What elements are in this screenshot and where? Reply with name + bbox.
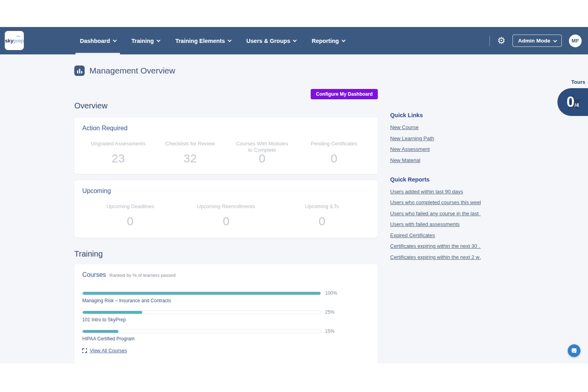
logo-bird-mark [16, 36, 21, 38]
expand-icon [82, 348, 87, 353]
courses-subtitle: Ranked by % of learners passed [110, 273, 176, 278]
content-area: Management Overview Configure My Dashboa… [0, 54, 588, 363]
chat-launcher-button[interactable] [568, 344, 580, 357]
screen: skyprep Dashboard Training Training Elem… [0, 0, 588, 392]
chevron-down-icon [342, 38, 346, 42]
bar-track [82, 330, 321, 333]
stat-upcoming-ilts: Upcoming ILTs 0 [274, 203, 370, 228]
quick-reports-heading: Quick Reports [390, 176, 482, 183]
link-new-material[interactable]: New Material [390, 157, 481, 163]
link-users-failed-course[interactable]: Users who failed any course in the last … [390, 210, 481, 216]
chevron-down-icon [113, 38, 117, 42]
courses-card: Courses Ranked by % of learners passed 1… [74, 264, 378, 363]
bar-category-label: 101 Intro to SkyPrep [82, 317, 370, 322]
quick-links-section: Quick Links New Course New Learning Path… [390, 112, 482, 163]
bar-value: 25% [325, 309, 335, 315]
gear-icon[interactable]: ⚙ [497, 36, 505, 45]
link-new-assessment[interactable]: New Assessment [390, 146, 481, 152]
quick-reports-section: Quick Reports Users added within last 90… [390, 176, 482, 260]
stat-checklists-review: Checklists for Review 32 [154, 141, 226, 165]
bar-group: 15% HIPAA Certified Program [82, 328, 370, 342]
chat-bubble-icon [571, 348, 577, 354]
nav-item-training-elements[interactable]: Training Elements [171, 27, 235, 54]
link-expired-certificates[interactable]: Expired Certificates [390, 232, 481, 238]
link-certs-expiring-2w[interactable]: Certificates expiring within the next 2 … [390, 254, 481, 260]
stat-upcoming-reenrollments: Upcoming Reenrollments 0 [178, 203, 274, 228]
nav-item-dashboard[interactable]: Dashboard [75, 27, 120, 54]
page-header: Management Overview [74, 66, 378, 76]
bar-fill [83, 330, 118, 333]
action-required-stats: Ungraded Assessments 23 Checklists for R… [82, 141, 370, 165]
upcoming-stats: Upcoming Deadlines 0 Upcoming Reenrollme… [82, 203, 370, 228]
chevron-down-icon [553, 39, 557, 42]
chevron-down-icon [228, 38, 232, 42]
stat-pending-certificates: Pending Certificates 0 [298, 141, 370, 165]
view-all-courses-link[interactable]: View All Courses [90, 348, 127, 353]
upcoming-card: Upcoming Upcoming Deadlines 0 Upcoming R… [74, 180, 378, 238]
bar-group: 100% Managing Risk – Insurance and Contr… [82, 290, 370, 303]
bar-value: 15% [325, 328, 335, 334]
link-new-course[interactable]: New Course [390, 124, 481, 130]
user-avatar[interactable]: MF [569, 35, 582, 47]
bar-track [82, 292, 321, 295]
configure-dashboard-button[interactable]: Configure My Dashboard [311, 89, 378, 99]
tours-count: 0 [567, 94, 574, 110]
admin-mode-dropdown[interactable]: Admin Mode [513, 35, 562, 47]
bar-group: 25% 101 Intro to SkyPrep [82, 309, 370, 322]
bar-chart-icon [74, 66, 85, 76]
bar-value: 100% [325, 290, 337, 296]
chevron-down-icon [157, 38, 161, 42]
courses-title-row: Courses Ranked by % of learners passed [82, 271, 370, 278]
stat-upcoming-deadlines: Upcoming Deadlines 0 [82, 203, 178, 228]
nav-item-training[interactable]: Training [127, 27, 164, 54]
quick-links-heading: Quick Links [390, 112, 482, 118]
nav-item-reporting[interactable]: Reporting [307, 27, 348, 54]
navbar-right: ⚙ Admin Mode MF [489, 27, 582, 54]
overview-heading: Overview [74, 101, 378, 110]
action-required-title: Action Required [82, 125, 370, 132]
training-heading: Training [74, 249, 378, 259]
nav-item-users-groups[interactable]: Users & Groups [242, 27, 300, 54]
view-all-courses-row: View All Courses [82, 348, 370, 353]
skyprep-logo[interactable]: skyprep [5, 31, 24, 50]
bar-fill [83, 311, 142, 314]
link-new-learning-path[interactable]: New Learning Path [390, 135, 481, 141]
bar-track [82, 311, 321, 314]
chevron-down-icon [293, 38, 297, 42]
main-column: Management Overview Configure My Dashboa… [74, 54, 378, 363]
action-required-card: Action Required Ungraded Assessments 23 … [74, 118, 378, 174]
skyprep-logo-text: skyprep [5, 38, 24, 44]
courses-title: Courses [82, 271, 106, 278]
courses-bar-chart: 100% Managing Risk – Insurance and Contr… [82, 290, 370, 342]
link-users-completed-week[interactable]: Users who completed courses this week [390, 199, 481, 205]
link-certs-expiring-30[interactable]: Certificates expiring within the next 30… [390, 243, 481, 249]
bar-category-label: HIPAA Certified Program [82, 336, 370, 342]
upcoming-title: Upcoming [82, 187, 370, 195]
configure-row: Configure My Dashboard [74, 89, 378, 99]
top-navbar: skyprep Dashboard Training Training Elem… [0, 27, 588, 54]
bar-fill [83, 292, 321, 295]
main-nav: Dashboard Training Training Elements Use… [75, 27, 356, 54]
navbar-divider [489, 36, 490, 46]
link-users-failed-assessments[interactable]: Users with failed assessments [390, 221, 481, 227]
bar-category-label: Managing Risk – Insurance and Contracts [82, 298, 370, 303]
page-title: Management Overview [89, 66, 175, 75]
link-users-added-90-days[interactable]: Users added within last 90 days [390, 189, 481, 195]
tours-badge[interactable]: ★ 0 /4 [557, 88, 588, 116]
stat-courses-modules: Courses With Modules to Complete 0 [226, 141, 298, 165]
stat-ungraded-assessments: Ungraded Assessments 23 [82, 141, 154, 165]
tours-total: /4 [574, 102, 579, 108]
sidebar: Quick Links New Course New Learning Path… [390, 112, 482, 265]
tours-label: Tours [571, 79, 585, 85]
